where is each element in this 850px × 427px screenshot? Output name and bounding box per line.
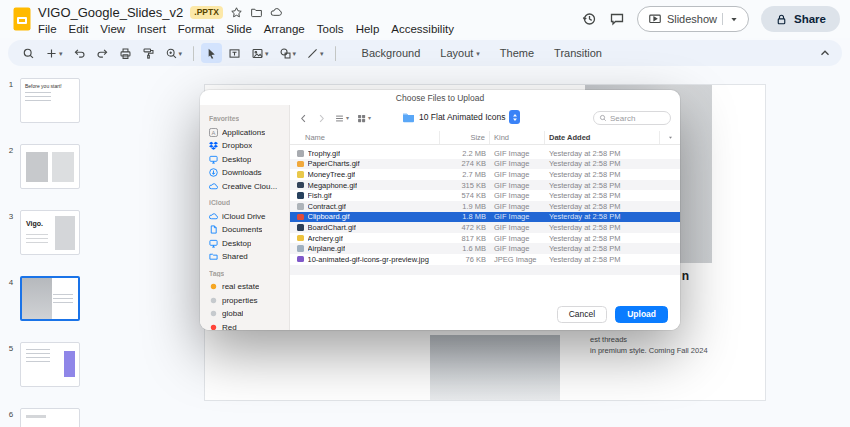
menu-item[interactable]: Tools [311,22,350,36]
file-name-cell: Fish.gif [290,191,440,200]
toolbar-icon[interactable]: ▾ [69,43,90,63]
column-date-added[interactable]: Date Added [545,131,660,144]
toolbar-icon[interactable]: ▾ [41,43,67,63]
file-type-icon [297,235,304,242]
sidebar-item[interactable]: properties [200,294,289,308]
document-title[interactable]: VIGO_Google_Slides_v2 [38,5,183,20]
menu-item[interactable]: Slide [220,22,258,36]
file-row[interactable]: Archery.gif 817 KB GIF Image Yesterday a… [290,233,680,244]
toolbar-icon[interactable]: ▾ [247,43,273,63]
menu-item[interactable]: Help [350,22,386,36]
sidebar-item[interactable]: real estate [200,280,289,294]
slide-thumbnail[interactable] [20,144,80,189]
sidebar-item[interactable]: A Applications [200,126,289,140]
column-name[interactable]: Name [290,131,440,144]
file-row[interactable]: Trophy.gif 2.2 MB GIF Image Yesterday at… [290,148,680,159]
folder-move-icon[interactable] [250,6,263,19]
toolbar-icon[interactable]: ▾ [275,43,301,63]
star-icon[interactable] [230,6,243,19]
file-size: 574 KB [440,191,490,200]
slide-number: 6 [6,408,16,419]
history-icon[interactable] [581,11,597,27]
toolbar-icon[interactable]: ▾ [115,43,136,63]
filmstrip-row: 6 [0,408,90,427]
menu-item[interactable]: Format [172,22,220,36]
chevron-up-icon[interactable] [818,46,832,60]
slide-thumbnail[interactable]: Before you start! [20,78,80,123]
file-row[interactable]: Contract.gif 1.9 MB GIF Image Yesterday … [290,201,680,212]
toolbar-icon[interactable]: ▾ [201,43,222,63]
caret-down-icon[interactable] [660,131,680,144]
toolbar-button-label: Transition [554,47,602,59]
toolbar-icon[interactable]: ▾ [193,46,194,61]
toolbar-icon[interactable]: ▾ [18,43,39,63]
column-kind[interactable]: Kind [490,131,545,144]
column-size[interactable]: Size [440,131,490,144]
sidebar-item[interactable]: iCloud Drive [200,210,289,224]
file-row[interactable]: Airplane.gif 1.6 MB GIF Image Yesterday … [290,243,680,254]
chevron-right-icon[interactable] [316,113,327,124]
sidebar-item[interactable]: Downloads [200,166,289,180]
sidebar-item[interactable]: Dropbox [200,139,289,153]
menu-item[interactable]: Accessibility [385,22,460,36]
file-name: Trophy.gif [308,149,341,158]
sidebar-item[interactable]: Tags [200,267,289,281]
sidebar-item[interactable]: Documents [200,223,289,237]
toolbar-icon[interactable]: ▾ [335,46,336,61]
slide-thumbnail[interactable] [20,276,80,321]
menu-item[interactable]: Insert [131,22,172,36]
chevron-left-icon[interactable] [298,113,309,124]
toolbar-button[interactable]: Layout▾ [431,44,489,62]
file-row[interactable]: BoardChart.gif 472 KB GIF Image Yesterda… [290,222,680,233]
slide-body-text[interactable]: est threads in premium style. Coming Fal… [590,334,738,356]
slide-thumbnail[interactable] [20,342,80,387]
folder-dropdown[interactable]: 10 Flat Animated Icons [402,110,520,124]
toolbar-icon[interactable]: ▾ [224,43,245,63]
comment-icon[interactable] [609,11,625,27]
toolbar-button[interactable]: Background▾ [353,44,430,62]
sidebar-item[interactable]: Red [200,321,289,331]
cloud-check-icon[interactable] [270,6,283,19]
slide-image-bottom[interactable] [430,335,560,400]
toolbar-button[interactable]: Transition▾ [545,44,611,62]
cancel-button[interactable]: Cancel [557,306,607,323]
slideshow-button[interactable]: Slideshow [637,6,749,32]
menu-item[interactable]: Arrange [258,22,311,36]
icon-view-control[interactable]: ▾ [356,113,371,124]
upload-button[interactable]: Upload [615,306,668,323]
menu-item[interactable]: File [32,22,63,36]
file-name: Archery.gif [308,234,343,243]
sidebar-item[interactable]: Desktop [200,237,289,251]
slide-thumbnail[interactable] [20,408,80,427]
slides-logo-icon[interactable] [13,7,31,31]
menu-item[interactable]: View [94,22,131,36]
toolbar-icons: ▾ ▾ ▾ ▾ ▾ ▾ ▾ ▾ ▾ ▾ ▾ ▾ [18,43,341,63]
sidebar-item[interactable]: Creative Clou... [200,180,289,194]
sidebar-item[interactable]: global [200,307,289,321]
file-row[interactable]: 10-animated-gif-icons-gr-preview.jpg 76 … [290,254,680,265]
sidebar-item[interactable]: Favorites [200,112,289,126]
dialog-search[interactable] [593,111,671,125]
search-input[interactable] [610,114,665,123]
sidebar-item[interactable]: Desktop [200,153,289,167]
menu-item[interactable]: Edit [63,22,95,36]
file-list[interactable]: Trophy.gif 2.2 MB GIF Image Yesterday at… [290,148,680,284]
file-row[interactable]: MoneyTree.gif 2.7 MB GIF Image Yesterday… [290,169,680,180]
toolbar-icon[interactable]: ▾ [138,43,159,63]
share-button[interactable]: Share [761,6,840,32]
file-row[interactable]: Megaphone.gif 315 KB GIF Image Yesterday… [290,180,680,191]
sidebar-item-label: Desktop [222,155,251,164]
list-view-control[interactable]: ▾ [334,113,349,124]
toolbar-icon[interactable]: ▾ [161,43,187,63]
toolbar-icon[interactable]: ▾ [92,43,113,63]
file-row[interactable]: Clipboard.gif 1.8 MB GIF Image Yesterday… [290,212,680,223]
sidebar-item[interactable]: Shared [200,250,289,264]
file-row[interactable]: Fish.gif 574 KB GIF Image Yesterday at 2… [290,190,680,201]
slide-thumbnail[interactable]: Vigo. [20,210,80,255]
toolbar-button[interactable]: Theme▾ [491,44,543,62]
sidebar-item[interactable]: iCloud [200,196,289,210]
file-row[interactable]: PaperCharts.gif 274 KB GIF Image Yesterd… [290,159,680,170]
stepper-icon[interactable] [509,110,520,124]
caret-down-icon[interactable] [722,13,740,25]
toolbar-icon[interactable]: ▾ [302,43,328,63]
